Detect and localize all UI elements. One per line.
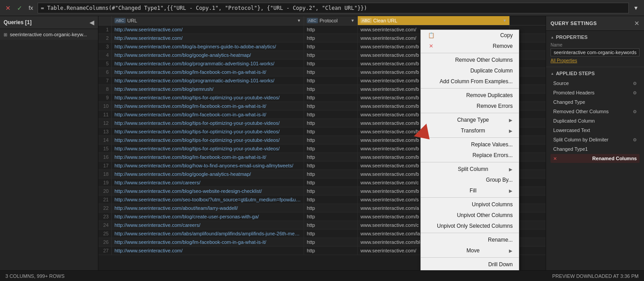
step-name-renamedColumns: Renamed Columns [592, 156, 637, 161]
applied-steps-section: APPLIED STEPS Source ⚙ Promoted Headers … [546, 67, 644, 270]
menu-item-duplicateColumn[interactable]: Duplicate Column [421, 65, 519, 76]
step-item-promotedHeaders[interactable]: Promoted Headers ⚙ [551, 88, 640, 97]
confirm-icon[interactable]: ✓ [15, 4, 24, 13]
status-bar: 3 COLUMNS, 999+ ROWS PREVIEW DOWNLOADED … [0, 270, 644, 281]
menu-item-unpivotOnlySelectedColumns[interactable]: Unpivot Only Selected Columns [421, 221, 519, 231]
formula-dropdown-icon[interactable]: ▼ [631, 5, 640, 11]
right-panel-close-icon[interactable]: ✕ [634, 20, 640, 27]
queries-panel: Queries [1] ◀ ⊞ seerinteractive com-orga… [0, 16, 98, 270]
menu-item-removeErrors[interactable]: Remove Errors [421, 101, 519, 111]
menu-separator [421, 233, 519, 233]
step-item-source[interactable]: Source ⚙ [551, 79, 640, 88]
submenu-arrow-changeType: ▶ [509, 118, 513, 123]
step-item-lowercasedText[interactable]: Lowercased Text [551, 126, 640, 135]
menu-item-removeOtherColumns[interactable]: Remove Other Columns [421, 55, 519, 65]
submenu-arrow-transform: ▶ [509, 128, 513, 133]
right-panel-header: QUERY SETTINGS ✕ [546, 16, 644, 31]
menu-separator [421, 113, 519, 113]
menu-separator [421, 137, 519, 138]
queries-panel-header: Queries [1] ◀ [0, 16, 98, 29]
menu-label-splitColumn: Split Column [458, 166, 488, 172]
menu-item-remove[interactable]: ✕Remove [421, 41, 519, 51]
menu-item-groupBy[interactable]: Group By... [421, 175, 519, 185]
menu-label-groupBy: Group By... [486, 177, 513, 183]
fx-label: fx [27, 4, 35, 11]
applied-steps-title: APPLIED STEPS [551, 71, 640, 76]
menu-label-remove: Remove [493, 43, 513, 49]
step-item-changedType1[interactable]: Changed Type1 [551, 145, 640, 153]
menu-item-unpivotColumns[interactable]: Unpivot Columns [421, 199, 519, 210]
menu-label-unpivotOnlySelectedColumns: Unpivot Only Selected Columns [437, 223, 513, 229]
step-item-removedOtherColumns[interactable]: Removed Other Columns ⚙ [551, 107, 640, 116]
menu-label-removeErrors: Remove Errors [477, 103, 513, 109]
queries-title: Queries [1] [4, 19, 32, 26]
menu-item-transform[interactable]: Transform▶ [421, 125, 519, 136]
step-name-duplicatedColumn: Duplicated Column [553, 118, 595, 123]
menu-item-unpivotOtherColumns[interactable]: Unpivot Other Columns [421, 210, 519, 221]
cancel-icon[interactable]: ✕ [4, 4, 13, 13]
step-item-splitColumnByDelimiter[interactable]: Split Column by Delimiter ⚙ [551, 135, 640, 144]
step-gear-icon-source[interactable]: ⚙ [633, 81, 637, 86]
menu-item-addAsNewQuery[interactable]: Add as New Query [421, 270, 519, 270]
menu-item-splitColumn[interactable]: Split Column▶ [421, 164, 519, 175]
menu-icon-copy: 📋 [427, 32, 435, 38]
step-name-changedType: Changed Type [553, 99, 585, 105]
menu-separator [421, 88, 519, 89]
menu-item-fill[interactable]: Fill▶ [421, 185, 519, 196]
menu-label-removeOtherColumns: Remove Other Columns [455, 57, 513, 63]
step-name-splitColumnByDelimiter: Split Column by Delimiter [553, 137, 608, 142]
step-error-icon: ✕ [553, 156, 557, 161]
submenu-arrow-fill: ▶ [509, 188, 513, 193]
menu-label-unpivotColumns: Unpivot Columns [472, 201, 513, 208]
menu-icon-remove: ✕ [427, 43, 435, 49]
step-gear-icon-removedOtherColumns[interactable]: ⚙ [633, 109, 637, 114]
menu-label-duplicateColumn: Duplicate Column [470, 68, 513, 74]
menu-separator [421, 162, 519, 162]
step-name-removedOtherColumns: Removed Other Columns [553, 109, 609, 114]
menu-label-copy: Copy [500, 32, 513, 38]
menu-label-drillDown: Drill Down [488, 261, 513, 268]
menu-item-changeType[interactable]: Change Type▶ [421, 115, 519, 125]
step-name-promotedHeaders: Promoted Headers [553, 90, 594, 95]
formula-bar[interactable] [38, 3, 629, 13]
menu-label-addColumnFromExamples: Add Column From Examples... [440, 78, 513, 85]
right-panel-title: QUERY SETTINGS [551, 21, 597, 26]
menu-label-rename: Rename... [488, 237, 513, 243]
status-left: 3 COLUMNS, 999+ ROWS [5, 273, 64, 279]
step-item-renamedColumns[interactable]: ✕ Renamed Columns [551, 154, 640, 163]
menu-label-replaceErrors: Replace Errors... [472, 152, 513, 158]
menu-label-transform: Transform [461, 128, 485, 134]
menu-label-changeType: Change Type [457, 117, 489, 123]
menu-item-move[interactable]: Move▶ [421, 245, 519, 256]
menu-item-removeDuplicates[interactable]: Remove Duplicates [421, 90, 519, 101]
query-item[interactable]: ⊞ seerinteractive com-organic-keyw... [0, 29, 98, 40]
menu-label-replaceValues: Replace Values... [471, 141, 513, 148]
step-item-changedType[interactable]: Changed Type [551, 98, 640, 106]
query-table-icon: ⊞ [4, 32, 7, 37]
query-name: seerinteractive com-organic-keyw... [10, 32, 87, 37]
menu-item-replaceValues[interactable]: Replace Values... [421, 139, 519, 150]
context-menu-overlay[interactable]: 📋Copy✕RemoveRemove Other ColumnsDuplicat… [98, 16, 546, 270]
step-item-duplicatedColumn[interactable]: Duplicated Column [551, 116, 640, 125]
step-gear-icon-promotedHeaders[interactable]: ⚙ [633, 90, 637, 95]
data-area: ABC URL ▼ ABC Protocol ▼ ABC Clean URL ▼… [98, 16, 546, 270]
step-name-changedType1: Changed Type1 [553, 146, 588, 152]
submenu-arrow-splitColumn: ▶ [509, 167, 513, 172]
submenu-arrow-move: ▶ [509, 248, 513, 253]
menu-separator [421, 53, 519, 53]
all-properties-link[interactable]: All Properties [551, 58, 640, 63]
name-prop-label: Name [551, 43, 640, 47]
menu-label-move: Move [466, 247, 479, 254]
properties-section-title: PROPERTIES [551, 34, 640, 40]
properties-section: PROPERTIES Name All Properties [546, 31, 644, 67]
menu-item-replaceErrors[interactable]: Replace Errors... [421, 150, 519, 161]
menu-item-addColumnFromExamples[interactable]: Add Column From Examples... [421, 76, 519, 87]
status-right: PREVIEW DOWNLOADED AT 3:36 PM [552, 273, 639, 279]
menu-item-copy[interactable]: 📋Copy [421, 30, 519, 41]
step-gear-icon-splitColumnByDelimiter[interactable]: ⚙ [633, 137, 637, 142]
queries-collapse-icon[interactable]: ◀ [89, 19, 94, 26]
menu-item-rename[interactable]: Rename... [421, 234, 519, 245]
top-bar: ✕ ✓ fx ▼ [0, 0, 644, 16]
name-prop-input[interactable] [551, 48, 640, 56]
menu-item-drillDown[interactable]: Drill Down [421, 259, 519, 270]
